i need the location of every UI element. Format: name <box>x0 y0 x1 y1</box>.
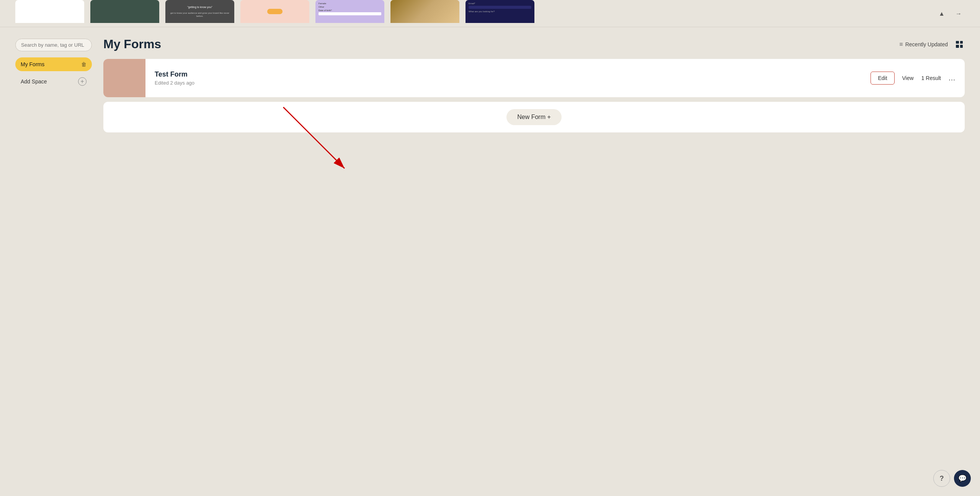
template-card-3-subtext: get to know your audience and grow your … <box>165 10 234 20</box>
template-card-3-text: "getting to know you" <box>186 4 214 10</box>
page-title: My Forms <box>103 37 161 51</box>
trash-icon: 🗑 <box>81 61 87 67</box>
sidebar-item-my-forms[interactable]: My Forms 🗑 <box>15 57 92 71</box>
template-card-3[interactable]: "getting to know you" get to know your a… <box>165 0 234 23</box>
more-options-button[interactable]: ... <box>949 74 956 82</box>
carousel-next-button[interactable]: → <box>952 8 965 20</box>
template-card-1[interactable] <box>15 0 84 23</box>
template-card-4[interactable] <box>240 0 309 23</box>
template-card-6[interactable] <box>390 0 459 23</box>
section-divider <box>0 27 980 27</box>
template-carousel: "getting to know you" get to know your a… <box>0 0 980 23</box>
new-form-card: New Form + <box>103 102 965 132</box>
template-card-5[interactable]: Female Other Date of birth* <box>315 0 384 23</box>
form-card-actions-1: Edit View 1 Result ... <box>871 72 965 85</box>
forms-header-controls: ≡ Recently Updated <box>899 39 965 50</box>
form-card-date-1: Edited 2 days ago <box>155 80 861 86</box>
search-input[interactable] <box>15 39 92 51</box>
carousel-prev-button[interactable]: ▲ <box>936 8 948 20</box>
bottom-help-area: ? 💬 <box>933 470 971 487</box>
sidebar: My Forms 🗑 Add Space + <box>15 35 92 137</box>
sidebar-item-add-space[interactable]: Add Space + <box>15 73 92 90</box>
sort-control[interactable]: ≡ Recently Updated <box>899 41 948 48</box>
forms-area: My Forms ≡ Recently Updated <box>103 35 965 137</box>
form-card-info-1: Test Form Edited 2 days ago <box>145 63 871 93</box>
grid-dots-icon <box>956 41 963 48</box>
sort-icon: ≡ <box>899 41 903 48</box>
form-card-1: Test Form Edited 2 days ago Edit View 1 … <box>103 59 965 97</box>
form-card-thumbnail-1 <box>103 59 145 97</box>
sidebar-item-add-space-label: Add Space <box>21 78 47 85</box>
add-space-icon: + <box>78 77 87 86</box>
view-button[interactable]: View <box>902 75 914 81</box>
results-button[interactable]: 1 Result <box>921 75 941 81</box>
new-form-button[interactable]: New Form + <box>506 109 562 125</box>
main-content: My Forms 🗑 Add Space + My Forms ≡ Recent… <box>0 35 980 137</box>
forms-header: My Forms ≡ Recently Updated <box>103 37 965 51</box>
form-card-name-1: Test Form <box>155 70 861 78</box>
grid-view-button[interactable] <box>954 39 965 50</box>
edit-button[interactable]: Edit <box>871 72 894 85</box>
help-question-button[interactable]: ? <box>933 470 950 487</box>
sort-label: Recently Updated <box>905 41 948 47</box>
sidebar-item-my-forms-label: My Forms <box>21 61 44 67</box>
carousel-navigation: ▲ → <box>936 8 965 20</box>
help-chat-button[interactable]: 💬 <box>954 470 971 487</box>
template-card-7[interactable]: Email* What are you looking for? <box>466 0 534 23</box>
template-card-2[interactable] <box>90 0 159 23</box>
